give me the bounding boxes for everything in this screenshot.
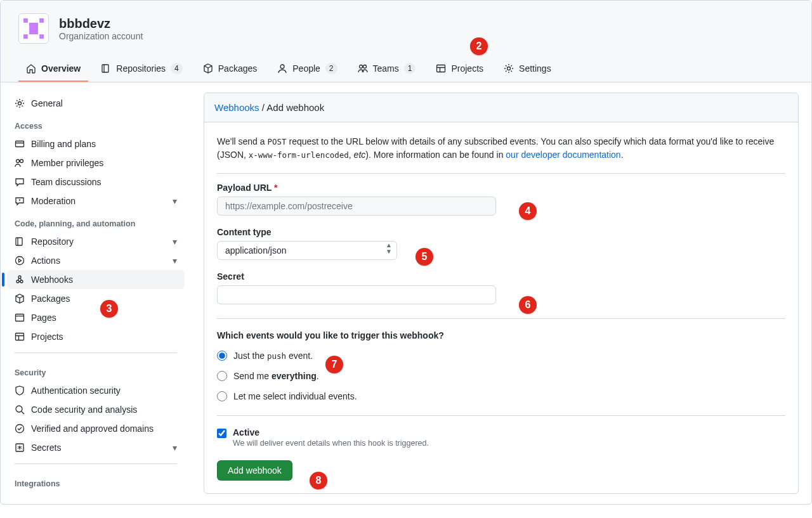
- sidebar-item-member-privileges[interactable]: Member privileges: [7, 153, 185, 172]
- sidebar-item-packages[interactable]: Packages: [7, 289, 185, 308]
- annotation-4: 4: [519, 202, 537, 220]
- sidebar-item-team-discussions[interactable]: Team discussions: [7, 172, 185, 191]
- org-subtitle: Organization account: [59, 31, 143, 41]
- content-type-select[interactable]: application/json: [217, 241, 397, 260]
- svg-rect-4: [39, 34, 44, 39]
- radio-everything[interactable]: [217, 371, 227, 381]
- sidebar-item-secrets[interactable]: Secrets ▾: [7, 438, 185, 457]
- tab-settings[interactable]: Settings: [496, 56, 559, 82]
- sidebar-item-webhooks[interactable]: Webhooks: [7, 270, 185, 289]
- add-webhook-button[interactable]: Add webhook: [217, 460, 292, 481]
- breadcrumb-sep: /: [259, 102, 267, 113]
- sidebar-item-moderation[interactable]: Moderation ▾: [7, 191, 185, 210]
- tab-label: Overview: [41, 63, 81, 74]
- svg-rect-12: [16, 141, 24, 147]
- tab-packages[interactable]: Packages: [195, 56, 265, 82]
- sidebar-item-actions[interactable]: Actions ▾: [7, 251, 185, 270]
- radio-individual[interactable]: [217, 391, 227, 401]
- sidebar-item-repository[interactable]: Repository ▾: [7, 232, 185, 251]
- svg-rect-9: [437, 65, 445, 72]
- sidebar-item-label: Team discussions: [31, 177, 102, 187]
- sidebar-heading-security: Security: [7, 359, 185, 381]
- tab-counter: 2: [325, 63, 337, 74]
- tab-overview[interactable]: Overview: [18, 56, 88, 82]
- payload-url-label: Payload URL *: [217, 183, 785, 193]
- org-avatar: [18, 13, 49, 44]
- secret-label: Secret: [217, 271, 785, 282]
- breadcrumb-root[interactable]: Webhooks: [214, 102, 259, 113]
- radio-label: Just the push event.: [233, 351, 313, 361]
- sidebar-item-label: Projects: [31, 332, 63, 342]
- comment-icon: [15, 177, 25, 187]
- tab-teams[interactable]: Teams 1: [350, 56, 424, 82]
- radio-just-push[interactable]: [217, 351, 227, 361]
- secret-input[interactable]: [217, 285, 496, 304]
- breadcrumb: Webhooks / Add webhook: [204, 93, 798, 122]
- gear-icon: [15, 98, 25, 108]
- svg-rect-3: [23, 34, 28, 39]
- credit-card-icon: [15, 139, 25, 149]
- sidebar-item-code-security[interactable]: Code security and analysis: [7, 400, 185, 419]
- tab-repositories[interactable]: Repositories 4: [93, 56, 190, 82]
- sidebar-item-label: Repository: [31, 236, 74, 247]
- tab-label: Projects: [451, 63, 483, 74]
- report-icon: [15, 196, 25, 206]
- tab-people[interactable]: People 2: [270, 56, 344, 82]
- divider: [15, 463, 177, 464]
- active-label: Active: [233, 427, 259, 437]
- sidebar-heading-integrations: Integrations: [7, 470, 185, 492]
- browser-icon: [15, 313, 25, 323]
- home-icon: [26, 63, 36, 74]
- breadcrumb-page: Add webhook: [266, 102, 324, 113]
- svg-rect-21: [16, 333, 24, 340]
- sidebar-item-general[interactable]: General: [7, 94, 185, 113]
- svg-point-18: [20, 280, 23, 283]
- sidebar-item-projects[interactable]: Projects: [7, 327, 185, 346]
- sidebar-item-label: Packages: [31, 294, 70, 304]
- intro-text: We'll send a POST request to the URL bel…: [217, 135, 785, 174]
- gear-icon: [504, 63, 514, 74]
- sidebar-item-label: Code security and analysis: [31, 405, 137, 415]
- people-icon: [358, 63, 368, 74]
- tab-counter: 4: [171, 63, 183, 74]
- sidebar-item-billing[interactable]: Billing and plans: [7, 134, 185, 153]
- events-question: Which events would you like to trigger t…: [217, 318, 785, 340]
- people-icon: [15, 158, 25, 168]
- svg-point-16: [16, 257, 24, 265]
- repo-icon: [15, 236, 25, 247]
- sidebar-item-label: Secrets: [31, 443, 61, 453]
- annotation-6: 6: [519, 296, 537, 314]
- payload-url-input[interactable]: [217, 197, 496, 216]
- primary-tabs: Overview Repositories 4 Packages People …: [18, 56, 794, 82]
- project-table-icon: [436, 63, 446, 74]
- svg-point-7: [359, 65, 362, 68]
- active-checkbox[interactable]: [217, 429, 226, 438]
- tab-label: Settings: [519, 63, 551, 74]
- svg-rect-0: [23, 18, 28, 23]
- annotation-8: 8: [310, 472, 327, 489]
- divider: [15, 353, 177, 353]
- chevron-down-icon: ▾: [173, 196, 177, 206]
- svg-rect-20: [16, 314, 24, 321]
- radio-label: Let me select individual events.: [233, 391, 357, 401]
- svg-rect-2: [29, 23, 38, 34]
- org-name: bbbdevz: [59, 16, 143, 31]
- tab-projects[interactable]: Projects: [428, 56, 491, 82]
- svg-rect-5: [102, 65, 108, 72]
- sidebar-item-pages[interactable]: Pages: [7, 308, 185, 327]
- sidebar-item-auth-security[interactable]: Authentication security: [7, 381, 185, 400]
- svg-point-14: [20, 160, 23, 163]
- annotation-7: 7: [325, 356, 343, 373]
- sidebar-item-label: Authentication security: [31, 385, 121, 396]
- svg-point-22: [16, 406, 22, 412]
- radio-label: Send me everything.: [233, 371, 319, 381]
- docs-link[interactable]: our developer documentation: [506, 150, 620, 160]
- annotation-5: 5: [416, 248, 433, 266]
- settings-sidebar: General Access Billing and plans Member …: [1, 82, 191, 504]
- annotation-2: 2: [470, 37, 488, 55]
- sidebar-item-verified-domains[interactable]: Verified and approved domains: [7, 419, 185, 438]
- sidebar-item-label: Member privileges: [31, 158, 103, 168]
- sidebar-item-label: Webhooks: [31, 275, 73, 285]
- svg-rect-1: [39, 18, 44, 23]
- chevron-down-icon: ▾: [173, 236, 177, 247]
